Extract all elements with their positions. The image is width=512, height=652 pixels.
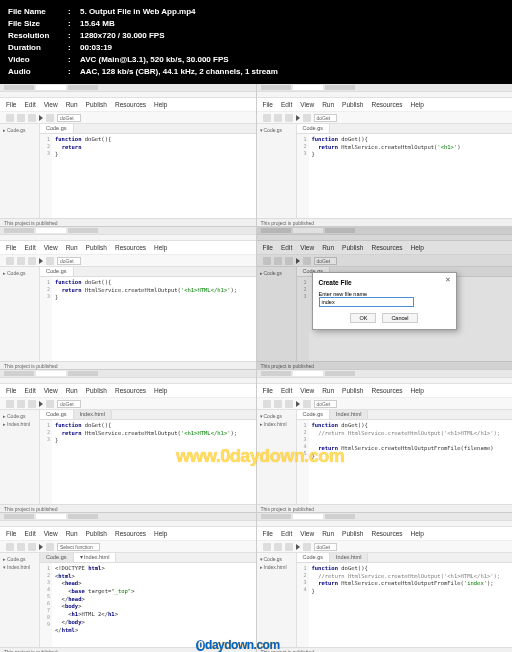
frame-8: FileEditViewRunPublishResourcesHelp doGe… (257, 513, 513, 652)
frame-5: FileEditViewRunPublishResourcesHelp doGe… (0, 370, 256, 512)
menu-edit[interactable]: Edit (24, 101, 35, 108)
frame-1: File Edit View Run Publish Resources Hel… (0, 84, 256, 226)
frame-2: FileEditViewRunPublishResourcesHelp doGe… (257, 84, 513, 226)
sidebar-code-gs[interactable]: ▸Code.gs (3, 126, 36, 134)
debug-button[interactable] (46, 114, 54, 122)
menu-publish[interactable]: Publish (86, 101, 107, 108)
code-editor[interactable]: function doGet(){ return HtmlService.cre… (309, 134, 513, 218)
menu-file[interactable]: File (6, 101, 16, 108)
frame-6: FileEditViewRunPublishResourcesHelp doGe… (257, 370, 513, 512)
redo-button[interactable] (17, 114, 25, 122)
menu-run[interactable]: Run (66, 101, 78, 108)
menu-help[interactable]: Help (154, 101, 167, 108)
frame-3: FileEditViewRunPublishResourcesHelp doGe… (0, 227, 256, 369)
menu-bar: File Edit View Run Publish Resources Hel… (0, 98, 256, 112)
frame-4: FileEditViewRunPublishResourcesHelp doGe… (257, 227, 513, 369)
thumbnail-grid: File Edit View Run Publish Resources Hel… (0, 84, 512, 652)
undo-button[interactable] (6, 114, 14, 122)
cancel-button[interactable]: Cancel (382, 313, 417, 323)
save-button[interactable] (28, 114, 36, 122)
watermark: www.0daydown.com (176, 446, 344, 467)
status-bar: This project is published (0, 218, 256, 226)
media-info-header: File Name:5. Output File in Web App.mp4 … (0, 0, 512, 84)
run-button[interactable] (39, 115, 43, 121)
ok-button[interactable]: OK (350, 313, 376, 323)
filename-input[interactable]: index (319, 297, 414, 307)
frame-7: FileEditViewRunPublishResourcesHelp Sele… (0, 513, 256, 652)
dialog-title: Create File (319, 279, 450, 286)
tab-index-html[interactable]: ▾ Index.html (74, 553, 117, 562)
menu-view[interactable]: View (44, 101, 58, 108)
function-select[interactable]: doGet (57, 114, 81, 122)
create-file-dialog: ✕ Create File Enter new file name index … (312, 272, 457, 330)
code-editor[interactable]: function doGet(){ return } (52, 134, 256, 218)
tab-code-gs[interactable]: Code.gs (40, 124, 74, 133)
menu-resources[interactable]: Resources (115, 101, 146, 108)
watermark-footer: 0daydown.com (196, 638, 280, 652)
close-icon[interactable]: ✕ (445, 276, 451, 284)
